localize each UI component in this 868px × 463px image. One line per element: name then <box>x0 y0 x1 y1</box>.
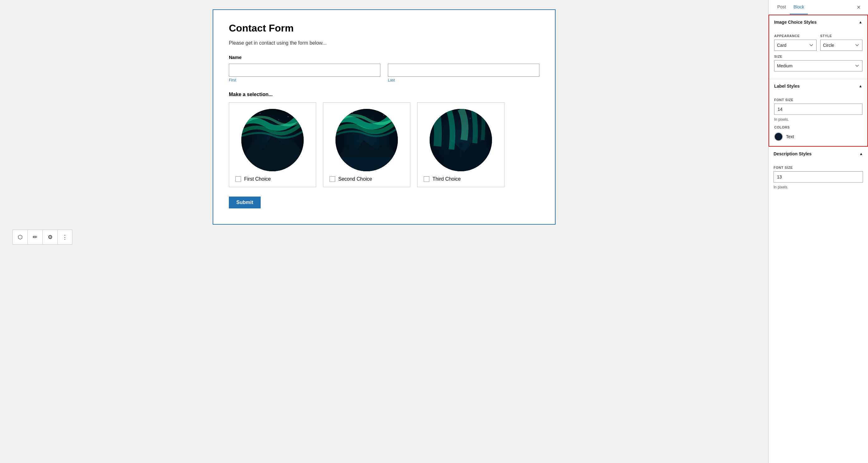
description-styles-title: Description Styles <box>774 151 812 156</box>
svg-point-22 <box>470 118 470 119</box>
label-styles-content: FONT SIZE In pixels. COLORS Text <box>769 93 867 146</box>
more-icon: ⋮ <box>62 234 68 240</box>
desc-font-size-label: FONT SIZE <box>774 166 863 169</box>
label-font-hint: In pixels. <box>774 117 862 122</box>
svg-point-21 <box>486 111 486 112</box>
svg-point-6 <box>278 119 279 120</box>
image-choice-styles-content: APPEARANCE Card None STYLE Circle Square… <box>769 29 867 79</box>
svg-point-2 <box>250 118 251 119</box>
label-font-size-input[interactable] <box>774 104 862 115</box>
selection-label: Make a selection... <box>229 92 539 97</box>
appearance-select[interactable]: Card None <box>774 40 816 51</box>
image-choice-chevron-icon: ▲ <box>859 20 862 24</box>
image-choice-styles-title: Image Choice Styles <box>774 20 816 25</box>
svg-point-17 <box>459 142 463 146</box>
svg-rect-9 <box>336 157 398 171</box>
image-choice-styles-section: Image Choice Styles ▲ APPEARANCE Card No… <box>769 15 868 147</box>
choice-text-3: Third Choice <box>432 176 461 182</box>
svg-point-11 <box>352 112 353 113</box>
desc-font-size-input[interactable] <box>774 171 863 182</box>
text-color-label: Text <box>786 134 794 139</box>
description-styles-chevron-icon: ▲ <box>859 152 863 156</box>
first-sub-label: First <box>229 78 380 82</box>
block-icon: ⬡ <box>18 234 23 240</box>
first-name-input[interactable] <box>229 64 380 77</box>
submit-button[interactable]: Submit <box>229 197 261 208</box>
svg-point-4 <box>288 116 288 117</box>
choice-text-2: Second Choice <box>338 176 372 182</box>
svg-point-13 <box>390 111 390 112</box>
text-color-swatch[interactable] <box>774 132 783 141</box>
description-styles-header[interactable]: Description Styles ▲ <box>769 147 868 161</box>
size-select[interactable]: Small Medium Large <box>774 60 862 71</box>
form-container: Contact Form Please get in contact using… <box>213 9 556 225</box>
choice-image-2 <box>336 109 398 171</box>
svg-point-12 <box>383 115 384 115</box>
block-icon-button[interactable]: ⬡ <box>12 230 27 244</box>
choice-image-3 <box>430 109 492 171</box>
tab-post[interactable]: Post <box>774 0 790 15</box>
edit-icon: ✏ <box>33 234 37 240</box>
last-name-field: Last <box>388 64 539 82</box>
choice-label-row-1: First Choice <box>236 176 271 182</box>
appearance-label: APPEARANCE <box>774 34 816 38</box>
desc-font-hint: In pixels. <box>774 185 863 190</box>
choice-card-2: Second Choice <box>323 102 410 187</box>
svg-point-20 <box>479 114 480 115</box>
label-styles-chevron-icon: ▲ <box>859 84 862 88</box>
tab-block[interactable]: Block <box>790 0 808 15</box>
last-name-input[interactable] <box>388 64 539 77</box>
label-font-size-label: FONT SIZE <box>774 98 862 102</box>
sidebar-tabs: Post Block × <box>769 0 868 15</box>
description-styles-section: Description Styles ▲ FONT SIZE In pixels… <box>769 147 868 198</box>
close-button[interactable]: × <box>854 1 863 13</box>
choice-card-1: First Choice <box>229 102 316 187</box>
choice-checkbox-1[interactable] <box>236 176 241 182</box>
svg-point-19 <box>445 112 445 112</box>
choice-label-row-2: Second Choice <box>330 176 372 182</box>
appearance-style-row: APPEARANCE Card None STYLE Circle Square… <box>774 34 862 51</box>
form-description: Please get in contact using the form bel… <box>229 40 539 46</box>
more-icon-button[interactable]: ⋮ <box>57 230 72 244</box>
choice-checkbox-3[interactable] <box>424 176 429 182</box>
choices-row: First Choice <box>229 102 539 187</box>
colors-label: COLORS <box>774 125 862 129</box>
svg-point-5 <box>294 112 294 112</box>
name-row: First Last <box>229 64 539 82</box>
choice-card-3: Third Choice <box>417 102 504 187</box>
description-styles-content: FONT SIZE In pixels. <box>769 161 868 198</box>
settings-icon-button[interactable]: ⚙ <box>42 230 57 244</box>
svg-point-18 <box>436 115 436 115</box>
name-label: Name <box>229 55 539 60</box>
choice-text-1: First Choice <box>244 176 271 182</box>
choice-image-1 <box>241 109 304 171</box>
image-choice-styles-header[interactable]: Image Choice Styles ▲ <box>769 15 867 29</box>
choice-label-row-3: Third Choice <box>424 176 461 182</box>
first-name-field: First <box>229 64 380 82</box>
choice-checkbox-2[interactable] <box>330 176 335 182</box>
label-styles-title: Label Styles <box>774 84 800 89</box>
toolbar: ⬡ ✏ ⚙ ⋮ <box>12 230 72 244</box>
size-label: SIZE <box>774 55 862 58</box>
settings-icon: ⚙ <box>48 234 53 240</box>
sidebar: Post Block × Image Choice Styles ▲ APPEA… <box>768 0 868 463</box>
form-title: Contact Form <box>229 23 539 34</box>
svg-point-10 <box>343 116 344 117</box>
appearance-col: APPEARANCE Card None <box>774 34 816 51</box>
edit-icon-button[interactable]: ✏ <box>27 230 42 244</box>
style-select[interactable]: Circle Square None <box>820 40 863 51</box>
last-sub-label: Last <box>388 78 539 82</box>
label-styles-header[interactable]: Label Styles ▲ <box>769 79 867 93</box>
style-col: STYLE Circle Square None <box>820 34 863 51</box>
svg-point-3 <box>260 113 260 114</box>
main-content: Contact Form Please get in contact using… <box>0 0 768 463</box>
style-label: STYLE <box>820 34 863 38</box>
color-row: Text <box>774 132 862 141</box>
